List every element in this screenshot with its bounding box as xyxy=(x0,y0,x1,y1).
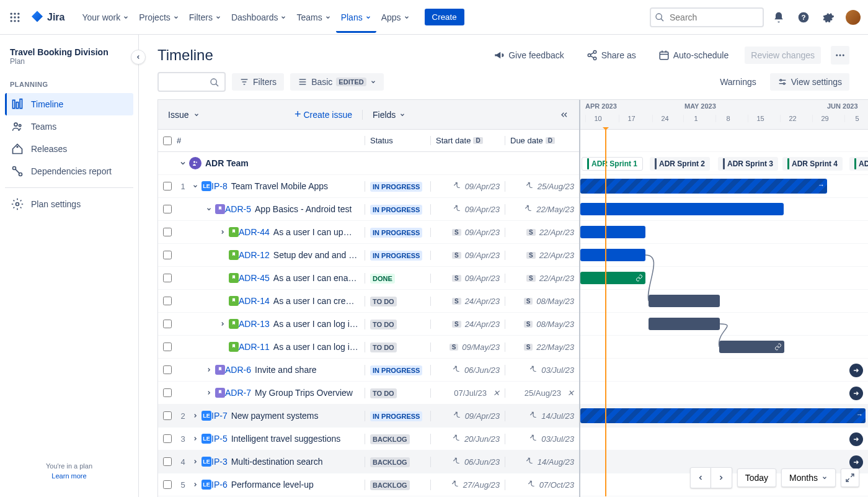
timeline-row[interactable] xyxy=(580,359,868,382)
global-search[interactable] xyxy=(650,7,764,27)
due-date-cell[interactable]: 14/Aug/23 xyxy=(505,457,579,467)
sidebar-collapse-button[interactable] xyxy=(131,50,146,65)
due-date-cell[interactable]: S22/Apr/23 xyxy=(505,228,579,237)
status-badge[interactable]: TO DO xyxy=(370,388,397,398)
issue-row[interactable]: ADR-7My Group Trips OverviewTO DO07/Jul/… xyxy=(158,382,579,405)
timeline-row[interactable] xyxy=(580,428,868,450)
timeline-chart[interactable]: APR 2023MAY 2023JUN 2023 101724181522295… xyxy=(579,100,868,497)
issue-key[interactable]: ADR-13 xyxy=(239,319,270,329)
expand-toggle[interactable] xyxy=(216,321,229,327)
timeline-row[interactable]: ADR Sprint 1ADR Sprint 2ADR Sprint 3ADR … xyxy=(580,152,868,175)
give-feedback-button[interactable]: Give feedback xyxy=(487,46,570,65)
start-date-cell[interactable]: S09/May/23 xyxy=(430,343,505,352)
expand-toggle[interactable] xyxy=(189,436,202,442)
timeline-bar[interactable] xyxy=(580,249,645,261)
sidebar-item-releases[interactable]: Releases xyxy=(5,138,133,160)
row-checkbox[interactable] xyxy=(163,365,172,374)
row-checkbox[interactable] xyxy=(163,480,172,489)
issue-row[interactable]: ADR-44As a user I can up…IN PROGRESSS09/… xyxy=(158,221,579,244)
status-badge[interactable]: IN PROGRESS xyxy=(370,182,422,192)
select-all-checkbox[interactable] xyxy=(163,137,172,145)
due-date-cell[interactable]: S08/May/23 xyxy=(505,297,579,306)
sprint-chip[interactable]: ADR Sprint 3 xyxy=(718,157,778,171)
sprint-chip[interactable]: AD xyxy=(849,157,868,171)
nav-apps[interactable]: Apps xyxy=(376,1,415,33)
status-badge[interactable]: IN PROGRESS xyxy=(370,205,422,215)
profile-avatar[interactable] xyxy=(846,10,861,25)
timeline-prev-button[interactable] xyxy=(690,467,711,488)
row-checkbox[interactable] xyxy=(163,274,172,282)
due-date-cell[interactable]: 22/May/23 xyxy=(505,204,579,215)
timeline-row[interactable] xyxy=(580,244,868,267)
sidebar-item-plan-settings[interactable]: Plan settings xyxy=(5,193,133,215)
basic-view-button[interactable]: BasicEDITED xyxy=(290,73,384,91)
timeline-bar[interactable] xyxy=(580,272,645,284)
timeline-bar[interactable] xyxy=(649,318,720,330)
timeline-bar[interactable] xyxy=(580,203,784,215)
timeline-row[interactable]: → xyxy=(580,405,868,428)
issue-row[interactable]: 4LEIP-3Multi-destination searchBACKLOG06… xyxy=(158,450,579,473)
start-date-cell[interactable]: 20/Jun/23 xyxy=(430,434,505,444)
filter-search[interactable] xyxy=(157,72,226,92)
due-date-cell[interactable]: 25/Aug/23 xyxy=(505,181,579,192)
sidebar-item-teams[interactable]: Teams xyxy=(5,115,133,138)
expand-toggle[interactable] xyxy=(203,367,215,373)
due-date-cell[interactable]: S22/Apr/23 xyxy=(505,274,579,283)
filters-button[interactable]: Filters xyxy=(232,73,284,91)
issue-key[interactable]: ADR-11 xyxy=(239,342,270,352)
jira-logo[interactable]: Jira xyxy=(30,10,64,25)
issue-key[interactable]: IP-6 xyxy=(211,480,228,490)
start-date-cell[interactable]: 07/Jul/23✕ xyxy=(430,388,505,398)
search-input[interactable] xyxy=(650,7,764,27)
row-checkbox[interactable] xyxy=(163,411,172,420)
issue-key[interactable]: ADR-7 xyxy=(225,388,251,398)
chevron-down-icon[interactable] xyxy=(399,112,405,118)
help-icon[interactable]: ? xyxy=(794,7,813,27)
expand-toggle[interactable] xyxy=(189,183,202,189)
start-date-cell[interactable]: S09/Apr/23 xyxy=(430,228,505,237)
timeline-row[interactable] xyxy=(580,267,868,290)
issue-key[interactable]: ADR-14 xyxy=(239,296,270,306)
issue-key[interactable]: IP-5 xyxy=(211,434,228,444)
issue-row[interactable]: 5LEIP-6Performance level-upBACKLOG27/Aug… xyxy=(158,473,579,496)
due-date-cell[interactable]: S08/May/23 xyxy=(505,320,579,329)
row-checkbox[interactable] xyxy=(163,434,172,443)
clear-date-icon[interactable]: ✕ xyxy=(493,388,500,398)
timeline-bar[interactable]: → xyxy=(580,179,827,194)
app-switcher-icon[interactable] xyxy=(7,10,22,25)
expand-toggle[interactable] xyxy=(189,413,202,419)
scale-dropdown[interactable]: Months xyxy=(781,468,836,487)
nav-plans[interactable]: Plans xyxy=(336,10,376,33)
timeline-next-button[interactable] xyxy=(711,467,732,488)
column-issue-header[interactable]: Issue xyxy=(168,110,188,120)
issue-row[interactable]: ADR-45As a user I can ena…DONES09/Apr/23… xyxy=(158,267,579,290)
status-badge[interactable]: TO DO xyxy=(370,297,397,307)
timeline-bar[interactable] xyxy=(580,226,645,238)
start-date-cell[interactable]: 06/Jun/23 xyxy=(430,457,505,467)
due-date-cell[interactable]: S22/Apr/23 xyxy=(505,251,579,260)
issue-key[interactable]: ADR-5 xyxy=(225,204,251,214)
status-badge[interactable]: IN PROGRESS xyxy=(370,251,422,261)
team-row[interactable]: ADR Team xyxy=(158,152,579,175)
expand-toggle[interactable] xyxy=(177,159,189,167)
issue-key[interactable]: ADR-44 xyxy=(239,227,270,237)
status-badge[interactable]: BACKLOG xyxy=(370,434,410,444)
issue-row[interactable]: ADR-12Setup dev and and …IN PROGRESSS09/… xyxy=(158,244,579,267)
more-actions-button[interactable] xyxy=(831,46,849,65)
start-date-cell[interactable]: S24/Apr/23 xyxy=(430,320,505,329)
nav-teams[interactable]: Teams xyxy=(291,1,335,33)
column-fields-header[interactable]: Fields xyxy=(373,110,396,120)
learn-more-link[interactable]: Learn more xyxy=(10,472,128,480)
timeline-row[interactable] xyxy=(580,198,868,221)
status-badge[interactable]: DONE xyxy=(370,274,395,284)
start-date-cell[interactable]: S09/Apr/23 xyxy=(430,274,505,283)
notifications-icon[interactable] xyxy=(769,7,789,27)
today-button[interactable]: Today xyxy=(737,468,776,487)
expand-toggle[interactable] xyxy=(203,206,215,212)
due-date-cell[interactable]: 25/Aug/23✕ xyxy=(505,388,579,398)
status-badge[interactable]: BACKLOG xyxy=(370,457,410,467)
expand-toggle[interactable] xyxy=(189,481,202,488)
status-badge[interactable]: BACKLOG xyxy=(370,480,410,490)
start-date-cell[interactable]: 09/Apr/23 xyxy=(430,411,505,421)
due-date-cell[interactable]: 03/Jul/23 xyxy=(505,365,579,375)
